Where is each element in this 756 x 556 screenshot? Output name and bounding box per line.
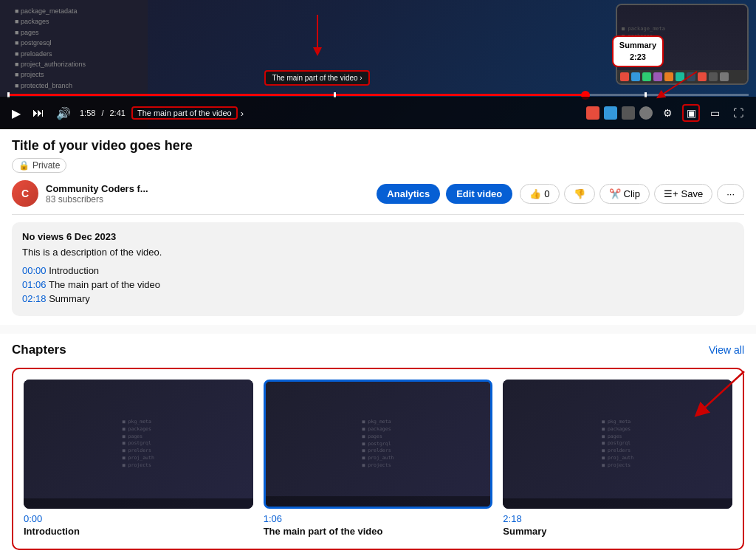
progress-container[interactable]: The main part of the video ›: [0, 94, 756, 96]
chapter-name-1: Introduction: [24, 526, 253, 538]
channel-info: Community Coders f... 83 subscribers: [46, 183, 369, 205]
save-button[interactable]: ☰+ Save: [654, 184, 712, 204]
chapter-label-2: The main part of the video: [49, 279, 160, 290]
chapter-time-2: 1:06: [264, 513, 493, 524]
chapters-container: ■ pkg_meta■ packages■ pages■ postgrql■ p…: [12, 368, 744, 550]
chapter-thumb-content-3: ■ pkg_meta■ packages■ pages■ postgrql■ p…: [503, 380, 732, 509]
lock-icon: 🔒: [18, 160, 30, 171]
channel-avatar: C: [12, 180, 38, 207]
main-content: Title of your video goes here 🔒 Private …: [0, 129, 756, 325]
progress-bar[interactable]: [7, 94, 749, 96]
clip-label: Clip: [624, 188, 640, 199]
next-button[interactable]: ⏭: [30, 105, 47, 121]
thumbs-up-icon: 👍: [529, 188, 541, 199]
action-buttons: 👍 0 👎 ✂️ Clip ☰+ Save ···: [520, 184, 744, 204]
app-icon-1: [586, 106, 599, 120]
chapter-link-1[interactable]: 00:00 Introduction: [22, 265, 734, 276]
chapter-link-3[interactable]: 02:18 Summary: [22, 293, 734, 304]
analytics-button[interactable]: Analytics: [377, 184, 440, 204]
app-icon-2: [604, 106, 617, 120]
summary-tooltip: Summary 2:23: [612, 35, 664, 67]
chapter-time-link-1[interactable]: 00:00: [22, 265, 47, 276]
total-time: 2:41: [109, 109, 125, 117]
save-icon: ☰+: [664, 188, 678, 199]
play-button[interactable]: ▶: [9, 105, 24, 122]
volume-button[interactable]: 🔊: [53, 105, 74, 122]
edit-video-button[interactable]: Edit video: [446, 184, 512, 204]
save-label: Save: [681, 188, 704, 199]
current-time: 1:58: [80, 109, 95, 117]
chapter-thumb-content-2: ■ pkg_meta■ packages■ pages■ postgrql■ p…: [266, 382, 491, 507]
chapter-time-link-2[interactable]: 01:06: [22, 279, 47, 290]
video-title: Title of your video goes here: [12, 138, 744, 154]
chapter-time-popup: The main part of the video ›: [264, 70, 369, 86]
ellipsis-icon: ···: [726, 188, 735, 199]
app-icon-3: [622, 106, 635, 120]
more-options-button[interactable]: ···: [717, 184, 744, 204]
current-chapter-label: The main part of the video: [131, 106, 238, 120]
screenshot-taskbar: [617, 70, 747, 83]
chapter-time-1: 0:00: [24, 513, 253, 524]
progress-fill: [7, 94, 585, 96]
chapter-card-3[interactable]: ■ pkg_meta■ packages■ pages■ postgrql■ p…: [503, 380, 732, 538]
chapter-name-3: Summary: [503, 526, 732, 538]
chapters-header: Chapters View all: [12, 343, 744, 357]
chapters-grid: ■ pkg_meta■ packages■ pages■ postgrql■ p…: [24, 380, 732, 538]
chapter-link-2[interactable]: 01:06 The main part of the video: [22, 279, 734, 290]
description-text: This is a description of the video.: [22, 247, 734, 258]
privacy-label: Private: [32, 160, 60, 171]
channel-name[interactable]: Community Coders f...: [46, 183, 369, 194]
clip-button[interactable]: ✂️ Clip: [599, 184, 650, 204]
channel-buttons: Analytics Edit video: [377, 184, 512, 204]
private-badge: 🔒 Private: [12, 158, 66, 173]
like-count: 0: [544, 188, 549, 199]
chapter-thumb-1: ■ pkg_meta■ packages■ pages■ postgrql■ p…: [24, 380, 253, 509]
chapter-time-link-3[interactable]: 02:18: [22, 293, 47, 304]
chapter-card-2[interactable]: ■ pkg_meta■ packages■ pages■ postgrql■ p…: [264, 380, 493, 538]
miniplayer-button[interactable]: ▣: [682, 104, 700, 122]
like-button[interactable]: 👍 0: [520, 184, 559, 204]
channel-row: C Community Coders f... 83 subscribers A…: [12, 180, 744, 207]
description-section: No views 6 Dec 2023 This is a descriptio…: [12, 222, 744, 316]
chapter-next-icon: ›: [241, 108, 244, 119]
app-icons-row: [586, 106, 653, 120]
chapters-title: Chapters: [12, 343, 66, 357]
video-meta: No views 6 Dec 2023: [22, 231, 734, 242]
chapters-section: Chapters View all ■ pkg_meta■ packages■ …: [0, 334, 756, 556]
fullscreen-button[interactable]: ⛶: [729, 104, 747, 122]
controls-bar: ▶ ⏭ 🔊 1:58 / 2:41 The main part of the v…: [0, 97, 756, 129]
video-player: ■ package_metadata ■ packages ■ pages ■ …: [0, 0, 756, 129]
chapter-thumb-content-1: ■ pkg_meta■ packages■ pages■ postgrql■ p…: [24, 380, 253, 509]
dislike-button[interactable]: 👎: [564, 184, 595, 204]
settings-button[interactable]: ⚙: [659, 104, 676, 122]
view-all-link[interactable]: View all: [709, 344, 744, 356]
chapter-thumb-2: ■ pkg_meta■ packages■ pages■ postgrql■ p…: [264, 380, 493, 509]
scissors-icon: ✂️: [609, 188, 621, 199]
thumbs-down-icon: 👎: [574, 188, 585, 199]
chapter-label-3: Summary: [49, 293, 90, 304]
chapter-thumb-3: ■ pkg_meta■ packages■ pages■ postgrql■ p…: [503, 380, 732, 509]
chapter-name-2: The main part of the video: [264, 526, 493, 538]
subscriber-count: 83 subscribers: [46, 194, 369, 205]
separator: [12, 214, 744, 215]
time-separator: /: [101, 109, 103, 117]
app-icon-4: [639, 106, 653, 120]
chapter-card-1[interactable]: ■ pkg_meta■ packages■ pages■ postgrql■ p…: [24, 380, 253, 538]
chapter-label-1: Introduction: [49, 265, 99, 276]
theatre-button[interactable]: ▭: [706, 104, 724, 122]
chapters-container-wrapper: ■ pkg_meta■ packages■ pages■ postgrql■ p…: [12, 368, 744, 550]
chapter-time-3: 2:18: [503, 513, 732, 524]
